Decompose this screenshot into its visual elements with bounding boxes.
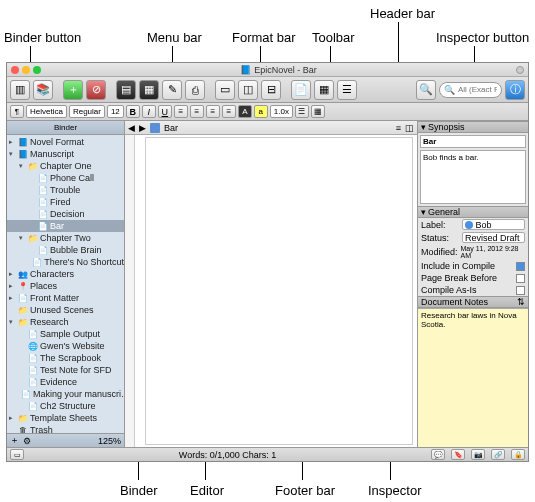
view-mode-1-button[interactable]: ▤ (116, 80, 136, 100)
binder-item[interactable]: ▸📘Novel Format (7, 136, 124, 148)
binder-item[interactable]: ▾📁Research (7, 316, 124, 328)
italic-button[interactable]: I (142, 105, 156, 118)
binder-item[interactable]: 📄Trouble (7, 184, 124, 196)
binder-settings-button[interactable]: ⚙ (23, 436, 31, 446)
binder-item[interactable]: ▾📁Chapter One (7, 160, 124, 172)
line-spacing-select[interactable]: 1.0x (270, 105, 293, 118)
binder-item[interactable]: ▾📁Chapter Two (7, 232, 124, 244)
split-toggle-button[interactable]: ◫ (405, 123, 414, 133)
binder-item[interactable]: 📄Sample Output (7, 328, 124, 340)
pagebreak-check[interactable] (516, 274, 525, 283)
disclosure-triangle-icon[interactable]: ▸ (9, 282, 16, 290)
font-family-select[interactable]: Helvetica (26, 105, 67, 118)
binder-item[interactable]: 📄The Scrapbook (7, 352, 124, 364)
align-right-button[interactable]: ≡ (206, 105, 220, 118)
binder-item[interactable]: 📄Test Note for SFD (7, 364, 124, 376)
search-field[interactable]: 🔍 (439, 82, 502, 98)
binder-item[interactable]: 📄There's No Shortcut (7, 256, 124, 268)
binder-item[interactable]: 📄Making your manuscri… (7, 388, 124, 400)
quickref-button[interactable]: 🔍 (416, 80, 436, 100)
document-notes-field[interactable]: Research bar laws in Nova Scotia. (418, 308, 528, 447)
inspector-toggle-button[interactable]: ⓘ (505, 80, 525, 100)
synopsis-body-field[interactable]: Bob finds a bar. (420, 150, 526, 204)
collection-button[interactable]: 📚 (33, 80, 53, 100)
align-center-button[interactable]: ≡ (190, 105, 204, 118)
group-mode-cork-button[interactable]: ▦ (314, 80, 334, 100)
editor-text-area[interactable] (125, 135, 417, 447)
disclosure-triangle-icon[interactable]: ▾ (9, 318, 16, 326)
binder-item[interactable]: 📄Evidence (7, 376, 124, 388)
disclosure-triangle-icon[interactable]: ▸ (9, 270, 16, 278)
close-window-button[interactable] (11, 66, 19, 74)
binder-item[interactable]: 📄Decision (7, 208, 124, 220)
compose-button[interactable]: ✎ (162, 80, 182, 100)
group-mode-outline-button[interactable]: ☰ (337, 80, 357, 100)
general-header[interactable]: ▾General (418, 206, 528, 218)
notes-header[interactable]: Document Notes⇅ (418, 296, 528, 308)
font-style-select[interactable]: Regular (69, 105, 105, 118)
references-button[interactable]: 🔗 (491, 449, 505, 460)
underline-button[interactable]: U (158, 105, 172, 118)
font-size-select[interactable]: 12 (107, 105, 124, 118)
binder-item[interactable]: 📄Fired (7, 196, 124, 208)
add-button[interactable]: ＋ (63, 80, 83, 100)
layout-split-h-button[interactable]: ◫ (238, 80, 258, 100)
disclosure-triangle-icon[interactable]: ▸ (9, 294, 16, 302)
text-color-button[interactable]: A (238, 105, 252, 118)
disclosure-triangle-icon[interactable]: ▾ (19, 234, 26, 242)
synopsis-title-field[interactable]: Bar (420, 135, 526, 148)
binder-item[interactable]: ▸📄Front Matter (7, 292, 124, 304)
highlight-button[interactable]: a (254, 105, 268, 118)
view-mode-2-button[interactable]: ▦ (139, 80, 159, 100)
snapshots-button[interactable]: 📷 (471, 449, 485, 460)
disclosure-triangle-icon[interactable]: ▾ (19, 162, 26, 170)
include-compile-check[interactable] (516, 262, 525, 271)
binder-item[interactable]: 📁Unused Scenes (7, 304, 124, 316)
disclosure-triangle-icon[interactable]: ▸ (9, 414, 16, 422)
proxy-icon[interactable] (516, 66, 524, 74)
binder-item[interactable]: 🌐Gwen's Website (7, 340, 124, 352)
footer-left-1[interactable]: ▭ (10, 449, 24, 460)
align-justify-button[interactable]: ≡ (222, 105, 236, 118)
nav-back-button[interactable]: ◀ (128, 123, 135, 133)
label-select[interactable]: Bob (462, 219, 525, 230)
header-menu-button[interactable]: ≡ (396, 123, 401, 133)
binder-item[interactable]: 📄Ch2 Structure (7, 400, 124, 412)
align-left-button[interactable]: ≡ (174, 105, 188, 118)
zoom-level[interactable]: 125% (98, 436, 121, 446)
trash-button[interactable]: ⊘ (86, 80, 106, 100)
group-mode-doc-button[interactable]: 📄 (291, 80, 311, 100)
minimize-window-button[interactable] (22, 66, 30, 74)
style-picker-button[interactable]: ¶ (10, 105, 24, 118)
layout-single-button[interactable]: ▭ (215, 80, 235, 100)
nav-fwd-button[interactable]: ▶ (139, 123, 146, 133)
comments-button[interactable]: 💬 (431, 449, 445, 460)
item-icon: 📄 (38, 185, 48, 195)
synopsis-header[interactable]: ▾Synopsis (418, 121, 528, 133)
binder-tree[interactable]: ▸📘Novel Format▾📘Manuscript▾📁Chapter One📄… (7, 135, 124, 433)
binder-item[interactable]: 🗑Trash (7, 424, 124, 433)
binder-item[interactable]: ▾📘Manuscript (7, 148, 124, 160)
disclosure-triangle-icon[interactable]: ▾ (9, 150, 16, 158)
list-button[interactable]: ☰ (295, 105, 309, 118)
binder-item[interactable]: 📄Phone Call (7, 172, 124, 184)
binder-item[interactable]: ▸📍Places (7, 280, 124, 292)
lock-button[interactable]: 🔒 (511, 449, 525, 460)
status-lbl: Status: (421, 233, 459, 243)
binder-item[interactable]: 📄Bubble Brain (7, 244, 124, 256)
table-button[interactable]: ▦ (311, 105, 325, 118)
compile-button[interactable]: ⎙ (185, 80, 205, 100)
bold-button[interactable]: B (126, 105, 140, 118)
binder-toggle-button[interactable]: ▥ (10, 80, 30, 100)
add-doc-button[interactable]: ＋ (10, 434, 19, 447)
binder-item[interactable]: ▸📁Template Sheets (7, 412, 124, 424)
disclosure-triangle-icon[interactable]: ▸ (9, 138, 16, 146)
binder-item[interactable]: 📄Bar (7, 220, 124, 232)
layout-split-v-button[interactable]: ⊟ (261, 80, 281, 100)
zoom-window-button[interactable] (33, 66, 41, 74)
status-select[interactable]: Revised Draft (462, 232, 525, 243)
search-input[interactable] (458, 85, 497, 94)
keywords-button[interactable]: 🔖 (451, 449, 465, 460)
binder-item[interactable]: ▸👥Characters (7, 268, 124, 280)
compile-asis-check[interactable] (516, 286, 525, 295)
